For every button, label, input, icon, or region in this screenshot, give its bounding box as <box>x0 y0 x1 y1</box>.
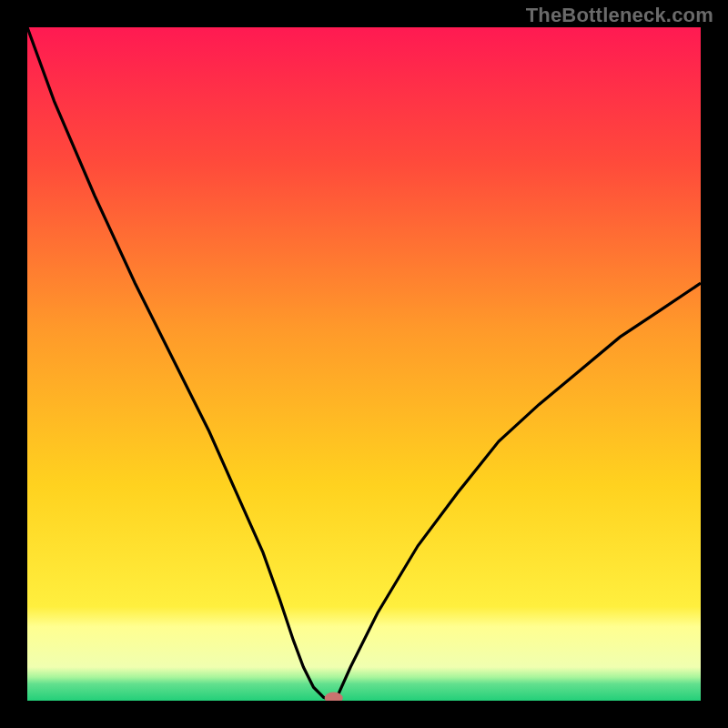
watermark-text: TheBottleneck.com <box>526 4 713 27</box>
bottleneck-plot <box>27 27 701 701</box>
chart-frame: TheBottleneck.com <box>0 0 728 728</box>
plot-background <box>27 27 701 701</box>
